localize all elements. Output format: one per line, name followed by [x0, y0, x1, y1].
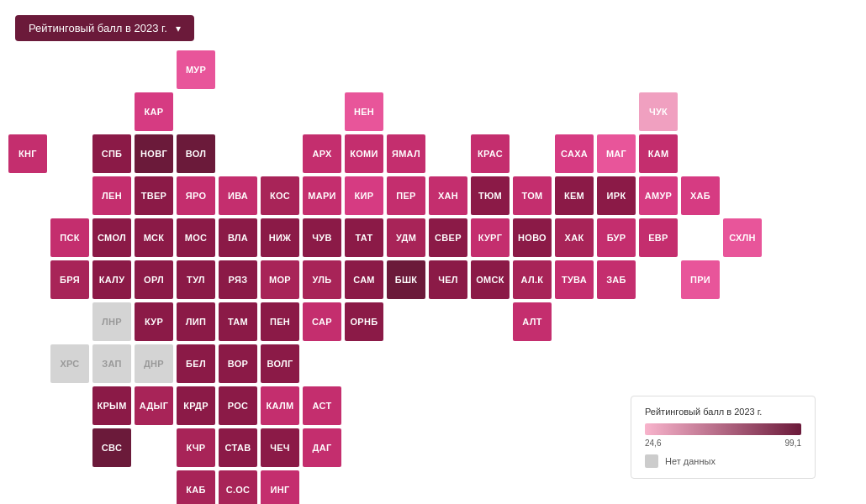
region-cell-бур[interactable]: БУР: [597, 218, 636, 257]
region-cell-кур[interactable]: КУР: [135, 302, 173, 341]
region-cell-лнр[interactable]: ЛНР: [92, 302, 131, 341]
region-cell-ново[interactable]: НОВО: [513, 218, 552, 257]
dropdown-button[interactable]: Рейтинговый балл в 2023 г. ▾: [15, 15, 194, 41]
region-cell-евр[interactable]: ЕВР: [639, 218, 678, 257]
region-cell-бря[interactable]: БРЯ: [50, 260, 89, 299]
region-cell-кчр[interactable]: КЧР: [177, 428, 215, 467]
region-cell-смол[interactable]: СМОЛ: [92, 218, 131, 257]
chevron-down-icon: ▾: [176, 23, 181, 34]
region-cell-пен[interactable]: ПЕН: [261, 302, 299, 341]
region-cell-при[interactable]: ПРИ: [681, 260, 720, 299]
region-cell-зап[interactable]: ЗАП: [92, 344, 131, 383]
region-cell-кос[interactable]: КОС: [261, 176, 299, 215]
region-cell-крдр[interactable]: КРДР: [177, 386, 215, 425]
region-cell-тат[interactable]: ТАТ: [345, 218, 383, 257]
dropdown-label: Рейтинговый балл в 2023 г.: [29, 22, 167, 34]
region-cell-ниж[interactable]: НИЖ: [261, 218, 299, 257]
region-cell-ямал[interactable]: ЯМАЛ: [387, 134, 425, 173]
region-cell-хрс[interactable]: ХРС: [50, 344, 89, 383]
region-cell-калу[interactable]: КАЛУ: [92, 260, 131, 299]
region-cell-хаб[interactable]: ХАБ: [681, 176, 720, 215]
region-cell-кург[interactable]: КУРГ: [471, 218, 510, 257]
region-cell-там[interactable]: ТАМ: [219, 302, 257, 341]
region-cell-волг[interactable]: ВОЛГ: [261, 344, 299, 383]
legend-nodata: Нет данных: [645, 454, 801, 468]
region-cell-орнб[interactable]: ОРНБ: [345, 302, 383, 341]
nodata-label: Нет данных: [665, 456, 716, 466]
region-cell-уль[interactable]: УЛЬ: [303, 260, 341, 299]
region-cell-тул[interactable]: ТУЛ: [177, 260, 215, 299]
region-cell-бел[interactable]: БЕЛ: [177, 344, 215, 383]
region-cell-тюм[interactable]: ТЮМ: [471, 176, 510, 215]
legend-labels: 24,6 99,1: [645, 438, 801, 448]
region-cell-крас[interactable]: КРАС: [471, 134, 510, 173]
region-cell-ряз[interactable]: РЯЗ: [219, 260, 257, 299]
region-cell-кнг[interactable]: КНГ: [8, 134, 47, 173]
region-cell-лен[interactable]: ЛЕН: [92, 176, 131, 215]
region-cell-саха[interactable]: САХА: [555, 134, 594, 173]
region-cell-ирк[interactable]: ИРК: [597, 176, 636, 215]
region-cell-свс[interactable]: СВС: [92, 428, 131, 467]
legend-gradient: [645, 423, 801, 435]
region-cell-пск[interactable]: ПСК: [50, 218, 89, 257]
region-cell-чув[interactable]: ЧУВ: [303, 218, 341, 257]
region-cell-став[interactable]: СТАВ: [219, 428, 257, 467]
region-cell-сам[interactable]: САМ: [345, 260, 383, 299]
region-cell-мос[interactable]: МОС: [177, 218, 215, 257]
region-cell-свер[interactable]: СВЕР: [429, 218, 467, 257]
region-cell-мур[interactable]: МУР: [177, 50, 215, 89]
region-cell-мари[interactable]: МАРИ: [303, 176, 341, 215]
region-cell-мск[interactable]: МСК: [135, 218, 173, 257]
legend-min: 24,6: [645, 438, 661, 448]
region-cell-яро[interactable]: ЯРО: [177, 176, 215, 215]
region-cell-ива[interactable]: ИВА: [219, 176, 257, 215]
region-cell-чеч[interactable]: ЧЕЧ: [261, 428, 299, 467]
region-cell-даг[interactable]: ДАГ: [303, 428, 341, 467]
region-cell-вла[interactable]: ВЛА: [219, 218, 257, 257]
region-cell-новг[interactable]: НОВГ: [135, 134, 173, 173]
region-cell-пер[interactable]: ПЕР: [387, 176, 425, 215]
region-cell-каб[interactable]: КАБ: [177, 470, 215, 504]
region-cell-с.ос[interactable]: С.ОС: [219, 470, 257, 504]
region-cell-маг[interactable]: МАГ: [597, 134, 636, 173]
region-cell-тува[interactable]: ТУВА: [555, 260, 594, 299]
region-cell-чел[interactable]: ЧЕЛ: [429, 260, 467, 299]
region-cell-кем[interactable]: КЕМ: [555, 176, 594, 215]
region-cell-калм[interactable]: КАЛМ: [261, 386, 299, 425]
nodata-box: [645, 454, 658, 468]
region-cell-хан[interactable]: ХАН: [429, 176, 467, 215]
region-cell-нен[interactable]: НЕН: [345, 92, 383, 131]
region-cell-том[interactable]: ТОМ: [513, 176, 552, 215]
region-cell-днр[interactable]: ДНР: [135, 344, 173, 383]
region-cell-чук[interactable]: ЧУК: [639, 92, 678, 131]
region-cell-арх[interactable]: АРХ: [303, 134, 341, 173]
region-cell-ал.к[interactable]: АЛ.К: [513, 260, 552, 299]
region-cell-заб[interactable]: ЗАБ: [597, 260, 636, 299]
region-cell-сар[interactable]: САР: [303, 302, 341, 341]
region-cell-лип[interactable]: ЛИП: [177, 302, 215, 341]
region-cell-твер[interactable]: ТВЕР: [135, 176, 173, 215]
region-cell-спб[interactable]: СПБ: [92, 134, 131, 173]
region-cell-коми[interactable]: КОМИ: [345, 134, 383, 173]
region-cell-вол[interactable]: ВОЛ: [177, 134, 215, 173]
region-cell-кам[interactable]: КАМ: [639, 134, 678, 173]
region-cell-удм[interactable]: УДМ: [387, 218, 425, 257]
region-cell-схлн[interactable]: СХЛН: [723, 218, 762, 257]
region-cell-мор[interactable]: МОР: [261, 260, 299, 299]
region-cell-крым[interactable]: КРЫМ: [92, 386, 131, 425]
legend-max: 99,1: [785, 438, 801, 448]
region-cell-рос[interactable]: РОС: [219, 386, 257, 425]
region-cell-хак[interactable]: ХАК: [555, 218, 594, 257]
region-cell-кир[interactable]: КИР: [345, 176, 383, 215]
region-cell-орл[interactable]: ОРЛ: [135, 260, 173, 299]
legend-title: Рейтинговый балл в 2023 г.: [645, 407, 801, 417]
region-cell-алт[interactable]: АЛТ: [513, 302, 552, 341]
region-cell-бшк[interactable]: БШК: [387, 260, 425, 299]
region-cell-адыг[interactable]: АДЫГ: [135, 386, 173, 425]
region-cell-кар[interactable]: КАР: [135, 92, 173, 131]
region-cell-вор[interactable]: ВОР: [219, 344, 257, 383]
region-cell-омск[interactable]: ОМСК: [471, 260, 510, 299]
region-cell-аст[interactable]: АСТ: [303, 386, 341, 425]
region-cell-амур[interactable]: АМУР: [639, 176, 678, 215]
region-cell-инг[interactable]: ИНГ: [261, 470, 299, 504]
